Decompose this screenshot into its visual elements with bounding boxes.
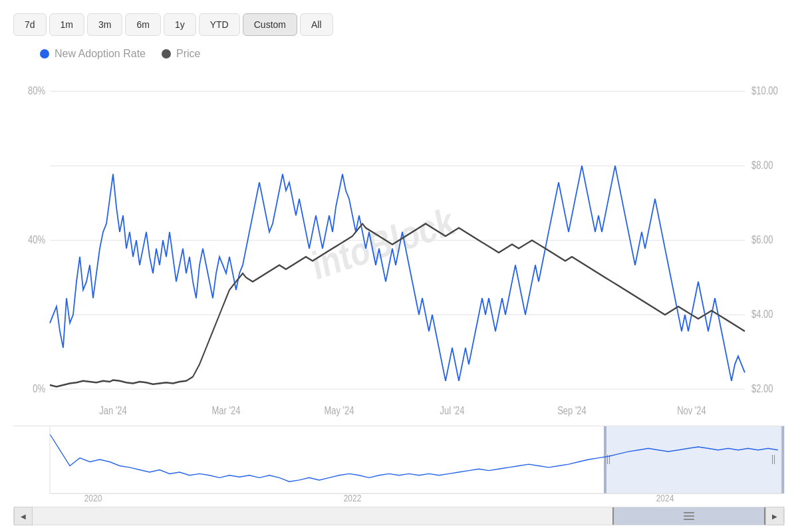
- mini-chart-svg: || || 2020 2022 2024: [13, 426, 785, 505]
- legend-price: Price: [162, 48, 200, 60]
- svg-text:Sep '24: Sep '24: [557, 404, 587, 416]
- legend-label-adoption: New Adoption Rate: [55, 48, 146, 60]
- svg-text:May '24: May '24: [324, 404, 354, 416]
- svg-text:||: ||: [771, 454, 775, 464]
- svg-text:2022: 2022: [344, 493, 362, 503]
- adoption-rate-line: [50, 166, 745, 380]
- btn-1m[interactable]: 1m: [49, 13, 84, 36]
- svg-text:Nov '24: Nov '24: [677, 404, 706, 416]
- scroll-track: [33, 507, 765, 525]
- scroll-thumb-handle: [682, 511, 696, 521]
- scroll-thumb[interactable]: [612, 507, 765, 525]
- scroll-handle-line-1: [684, 512, 694, 513]
- btn-3m[interactable]: 3m: [87, 13, 122, 36]
- main-chart-wrapper: 80% 40% 0% $10.00 $8.00 $6.00 $4.00 $2.0…: [13, 66, 785, 422]
- time-range-buttons: 7d 1m 3m 6m 1y YTD Custom All: [13, 13, 785, 36]
- svg-text:40%: 40%: [28, 234, 45, 246]
- scroll-handle-line-2: [684, 515, 694, 517]
- btn-custom[interactable]: Custom: [243, 13, 297, 36]
- legend-dot-blue: [40, 49, 49, 59]
- mini-chart-wrapper: || || 2020 2022 2024: [13, 426, 785, 505]
- scroll-handle-line-3: [684, 519, 694, 520]
- svg-text:||: ||: [606, 454, 610, 464]
- svg-rect-21: [605, 426, 785, 493]
- svg-text:80%: 80%: [28, 85, 45, 97]
- svg-text:Jul '24: Jul '24: [440, 404, 464, 416]
- chart-section: 80% 40% 0% $10.00 $8.00 $6.00 $4.00 $2.0…: [13, 66, 785, 525]
- legend-dot-dark: [162, 49, 171, 59]
- btn-1y[interactable]: 1y: [164, 13, 196, 36]
- svg-text:Mar '24: Mar '24: [212, 404, 241, 416]
- btn-all[interactable]: All: [300, 13, 333, 36]
- btn-ytd[interactable]: YTD: [199, 13, 240, 36]
- legend-adoption-rate: New Adoption Rate: [40, 48, 146, 60]
- svg-text:intoBlock: intoBlock: [308, 199, 458, 289]
- svg-text:2020: 2020: [84, 493, 102, 503]
- svg-text:$8.00: $8.00: [751, 160, 773, 172]
- scroll-right-btn[interactable]: ▶: [765, 507, 784, 525]
- legend-label-price: Price: [176, 48, 200, 60]
- main-container: 7d 1m 3m 6m 1y YTD Custom All New Adopti…: [0, 0, 798, 532]
- scrollbar: ◀ ▶: [13, 507, 785, 525]
- scroll-left-btn[interactable]: ◀: [14, 507, 33, 525]
- svg-text:$6.00: $6.00: [751, 234, 773, 246]
- chart-legend: New Adoption Rate Price: [13, 48, 785, 60]
- main-chart-svg: 80% 40% 0% $10.00 $8.00 $6.00 $4.00 $2.0…: [13, 66, 785, 422]
- svg-text:$4.00: $4.00: [751, 309, 773, 321]
- btn-6m[interactable]: 6m: [125, 13, 160, 36]
- btn-7d[interactable]: 7d: [13, 13, 47, 36]
- svg-rect-24: [781, 426, 784, 493]
- svg-text:0%: 0%: [33, 383, 45, 395]
- svg-text:Jan '24: Jan '24: [99, 404, 126, 416]
- svg-text:$2.00: $2.00: [751, 383, 773, 395]
- svg-text:2024: 2024: [656, 493, 674, 503]
- svg-text:$10.00: $10.00: [751, 85, 778, 97]
